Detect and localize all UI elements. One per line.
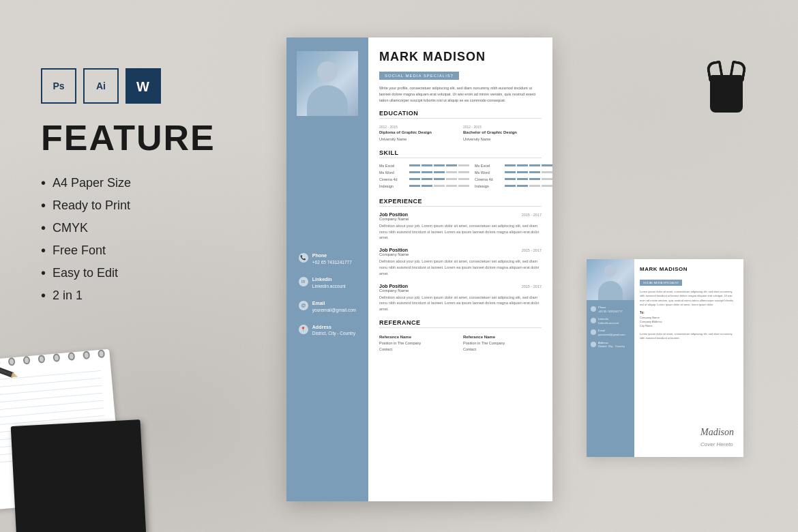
cover-body-2: Lorem ipsum dolor sit amet, consectetuer…: [640, 332, 738, 341]
cv-summary: Write your profile, consectetuer adipisc…: [379, 85, 542, 103]
cover-contact-dot: [591, 342, 596, 347]
skill-item: Indesign: [475, 184, 552, 188]
skill-item: Ms Word: [475, 171, 552, 175]
skill-item: Cinema 4d: [475, 177, 552, 181]
cover-job-title: SOCIAL MEDIA SPECIALIST: [640, 280, 682, 286]
cover-photo: [587, 259, 634, 300]
cover-to: To:: [640, 311, 738, 314]
cv-sidebar: 📞 Phone +62 65 7431241777 in Linkedin Li…: [286, 38, 368, 501]
cover-contact-4: AddressDistrict, City - Country: [591, 341, 630, 349]
feature-item-2: Ready to Print: [41, 198, 232, 213]
address-icon: 📍: [299, 325, 308, 334]
feature-list: A4 Paper Size Ready to Print CMYK Free F…: [41, 175, 232, 304]
binder-clip-decoration: [706, 61, 747, 116]
edu-item-2: 2012 - 2015 Bachelor of Graphic Design U…: [463, 124, 542, 142]
skills-right: Ms Excel Ms Word Cinema 4d: [475, 164, 552, 191]
software-icons-row: Ps Ai W: [41, 68, 232, 104]
cover-name: MARK MADISON: [640, 266, 738, 272]
cv-main-content: MARK MADISON SOCIAL MEDIA SPECIALIST Wri…: [368, 38, 552, 501]
cv-photo: [297, 51, 358, 116]
experience-section-title: EXPERIENCE: [379, 198, 542, 207]
contact-phone: 📞 Phone +62 65 7431241777: [299, 252, 356, 265]
cover-contact-3: Emailyouremail@gmail.com: [591, 329, 630, 336]
skill-item: Ms Excel: [475, 164, 552, 168]
linkedin-icon: in: [299, 277, 308, 286]
exp-item-2: Job Position 2015 - 2017 Company Name De…: [379, 248, 542, 276]
cover-body-text: Lorem ipsum dolor sit amet, consectetuer…: [640, 290, 738, 308]
cover-contact-dot: [591, 306, 596, 312]
black-notebook-decoration: [11, 419, 147, 532]
skill-section-title: SKILL: [379, 149, 542, 158]
skill-item: Ms Word: [379, 171, 469, 175]
feature-title: FEATURE: [41, 117, 232, 158]
email-icon: @: [299, 301, 308, 310]
cover-sidebar-contacts: Phone+62 65 7431241777 LinkedinLinkedin.…: [587, 300, 634, 358]
cover-main-content: MARK MADISON SOCIAL MEDIA SPECIALIST Lor…: [634, 259, 743, 457]
reference-grid: Referance Name Position in The Company C…: [379, 334, 542, 353]
exp-item-1: Job Position 2015 - 2017 Company Name De…: [379, 212, 542, 241]
contact-linkedin: in Linkedin Linkedin.account: [299, 276, 356, 289]
ref-item-1: Referance Name Position in The Company C…: [379, 334, 458, 353]
ref-item-2: Referance Name Position in The Company C…: [463, 334, 542, 353]
page-wrapper: Ps Ai W FEATURE A4 Paper Size Ready to P…: [0, 0, 798, 532]
illustrator-icon: Ai: [83, 68, 119, 104]
phone-icon: 📞: [299, 253, 308, 263]
exp-item-3: Job Position 2015 - 2017 Company Name De…: [379, 284, 542, 312]
education-grid: 2012 - 2015 Diploma of Graphic Design Un…: [379, 124, 542, 142]
skill-item: Cinema 4d: [379, 177, 469, 181]
edu-item-1: 2012 - 2015 Diploma of Graphic Design Un…: [379, 124, 458, 142]
cover-signature: Madison Cover Hereto: [700, 427, 734, 449]
reference-section-title: REFERANCE: [379, 319, 542, 328]
skill-item: Indesign: [379, 184, 469, 188]
feature-item-4: Free Font: [41, 243, 232, 258]
cv-name: MARK MADISON: [379, 50, 542, 64]
cover-contact-2: LinkedinLinkedin.account: [591, 317, 630, 325]
cv-job-title: SOCIAL MEDIA SPECIALIST: [379, 72, 459, 80]
feature-item-5: Easy to Edit: [41, 265, 232, 281]
cover-contact-dot: [591, 318, 596, 323]
photoshop-icon: Ps: [41, 68, 76, 104]
svg-text:W: W: [136, 79, 149, 94]
word-icon: W: [125, 68, 161, 104]
education-section-title: EDUCATION: [379, 110, 542, 119]
cv-document: 📞 Phone +62 65 7431241777 in Linkedin Li…: [286, 38, 552, 501]
skill-item: Ms Excel: [379, 164, 469, 168]
contact-address: 📍 Address District, City - Country: [299, 324, 356, 337]
contact-email: @ Email youremail@gmail.com: [299, 300, 356, 313]
skills-left: Ms Excel Ms Word Cinema 4d: [379, 164, 469, 191]
cover-contact-1: Phone+62 65 7431241777: [591, 306, 630, 313]
feature-item-1: A4 Paper Size: [41, 175, 232, 191]
cover-sidebar: Phone+62 65 7431241777 LinkedinLinkedin.…: [587, 259, 634, 457]
cover-recipient: Company NameCompany AddressCity Name: [640, 316, 738, 329]
cv-contacts: 📞 Phone +62 65 7431241777 in Linkedin Li…: [291, 116, 364, 351]
feature-item-3: CMYK: [41, 220, 232, 236]
cover-letter-document: Phone+62 65 7431241777 LinkedinLinkedin.…: [587, 259, 743, 457]
feature-item-6: 2 in 1: [41, 288, 232, 304]
skills-grid: Ms Excel Ms Word Cinema 4d: [379, 164, 542, 191]
cover-contact-dot: [591, 329, 596, 335]
features-panel: Ps Ai W FEATURE A4 Paper Size Ready to P…: [41, 68, 232, 310]
